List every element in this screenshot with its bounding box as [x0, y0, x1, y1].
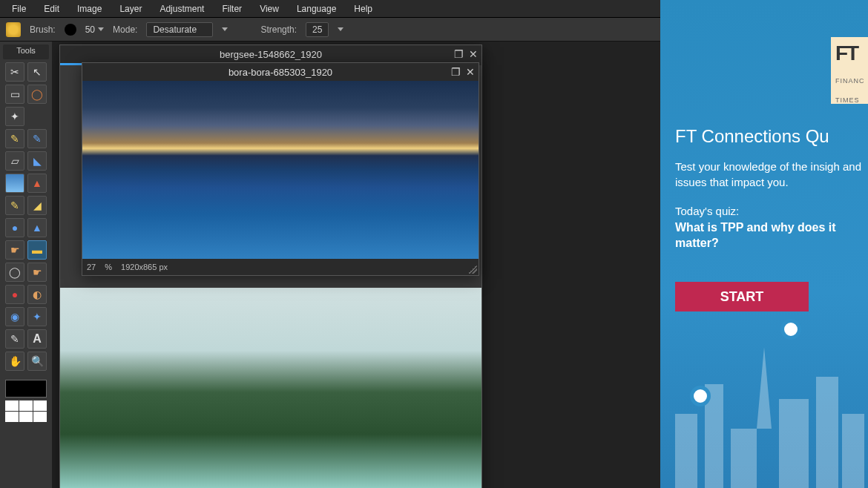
menu-adjustment[interactable]: Adjustment [151, 1, 213, 17]
brush-size-value: 50 [85, 24, 95, 35]
brush-preview-icon[interactable] [65, 24, 76, 36]
quiz-question: What is TPP and why does it matter? [675, 220, 868, 251]
svg-rect-5 [816, 377, 838, 488]
ft-logo: FT FINANC TIMES [831, 37, 868, 104]
caret-icon [338, 27, 343, 31]
start-button[interactable]: START [675, 282, 809, 311]
eraser-tool[interactable]: ▱ [5, 151, 24, 171]
toolbox-title: Tools [3, 44, 49, 59]
brush-label: Brush: [30, 24, 56, 35]
bucket-tool[interactable]: ◣ [27, 151, 47, 171]
wand-tool[interactable]: ✦ [5, 107, 24, 126]
quiz-label: Today's quiz: [675, 205, 868, 217]
zoom-value: 27 [87, 263, 96, 271]
caret-icon [222, 27, 228, 31]
close-icon[interactable]: ✕ [468, 49, 479, 59]
current-tool-icon [6, 22, 21, 37]
map-pin-icon [780, 319, 801, 340]
doc-title: bora-bora-685303_1920 [228, 67, 332, 78]
menu-image[interactable]: Image [68, 1, 111, 17]
menu-language[interactable]: Language [288, 1, 345, 17]
redeye-tool[interactable]: ● [5, 285, 24, 304]
menu-file[interactable]: File [3, 1, 35, 17]
swatch[interactable] [5, 400, 19, 411]
canvas-area: bergsee-1548662_1920 ❐ ✕ 29 % 1440x1920 … [52, 42, 712, 488]
map-pin-icon [690, 386, 711, 406]
menu-layer[interactable]: Layer [111, 1, 151, 17]
color-swatches[interactable] [5, 380, 47, 422]
ad-body: Test your knowledge of the insigh and is… [675, 159, 868, 190]
clone-tool[interactable]: ▲ [27, 174, 47, 193]
marquee-tool[interactable]: ▭ [5, 85, 24, 104]
swatch[interactable] [5, 412, 19, 422]
svg-rect-4 [779, 399, 809, 488]
eyedrop-tool[interactable]: ✎ [5, 329, 24, 349]
toolbox: Tools ✂ ↖ ▭ ◯ ✦ ✎ ✎ ▱ ◣ ▲ ✎ ◢ ● ▲ ☛ ▬ ◯ … [0, 42, 52, 488]
sharpen-tool[interactable]: ▲ [27, 218, 47, 237]
ad-sidebar: FT FINANC TIMES FT Connections Qu Test y… [660, 0, 868, 488]
pinch-tool[interactable]: ✦ [27, 307, 47, 326]
menu-help[interactable]: Help [345, 1, 381, 17]
replace-tool[interactable]: ✎ [5, 196, 24, 215]
skyline-graphic [660, 325, 868, 488]
mode-value: Desaturate [153, 24, 197, 35]
crop-tool[interactable]: ✂ [5, 62, 24, 82]
dodge-tool[interactable]: ◯ [5, 263, 24, 282]
swatch[interactable] [33, 400, 47, 411]
menu-view[interactable]: View [251, 1, 288, 17]
smudge-tool[interactable]: ☛ [5, 240, 24, 260]
brush-size-dropdown[interactable]: 50 [85, 24, 104, 35]
lasso-tool[interactable]: ◯ [27, 85, 47, 104]
swatch[interactable] [19, 412, 33, 422]
strength-value: 25 [312, 24, 322, 35]
draw-tool[interactable]: ◢ [27, 196, 47, 215]
maximize-icon[interactable]: ❐ [453, 49, 464, 59]
blur-tool[interactable]: ● [5, 218, 24, 237]
gradient-tool[interactable] [5, 174, 24, 193]
resize-grip-icon[interactable] [468, 265, 477, 274]
close-icon[interactable]: ✕ [465, 67, 476, 77]
zoom-unit: % [105, 263, 112, 271]
svg-rect-2 [731, 429, 757, 488]
mode-label: Mode: [113, 24, 137, 35]
swatch[interactable] [33, 412, 47, 422]
bloat-tool[interactable]: ◉ [5, 307, 24, 326]
foreground-color[interactable] [5, 380, 47, 398]
burn-tool[interactable]: ☛ [27, 263, 47, 282]
zoom-tool[interactable]: 🔍 [27, 352, 47, 371]
pencil-tool[interactable]: ✎ [5, 129, 24, 148]
svg-marker-3 [757, 347, 772, 429]
caret-icon [98, 27, 104, 31]
dimensions: 1920x865 px [121, 263, 168, 271]
brush-tool[interactable]: ✎ [27, 129, 47, 148]
strength-label: Strength: [260, 24, 297, 35]
spot-tool[interactable]: ◐ [27, 285, 47, 304]
svg-rect-0 [675, 414, 697, 488]
maximize-icon[interactable]: ❐ [450, 67, 461, 77]
ad-heading: FT Connections Qu [675, 126, 868, 147]
swatch[interactable] [19, 400, 33, 411]
svg-rect-6 [842, 414, 864, 488]
type-tool[interactable]: A [27, 329, 47, 349]
mode-dropdown[interactable]: Desaturate [146, 22, 213, 37]
sponge-tool[interactable]: ▬ [27, 240, 47, 260]
hand-tool[interactable]: ✋ [5, 352, 24, 371]
doc-title: bergsee-1548662_1920 [220, 49, 322, 60]
strength-dropdown[interactable]: 25 [306, 22, 329, 37]
menu-edit[interactable]: Edit [35, 1, 68, 17]
move-tool[interactable]: ↖ [27, 62, 47, 82]
menu-filter[interactable]: Filter [213, 1, 251, 17]
document-window-bora[interactable]: bora-bora-685303_1920 ❐ ✕ 27 % 1920x865 … [82, 62, 479, 276]
